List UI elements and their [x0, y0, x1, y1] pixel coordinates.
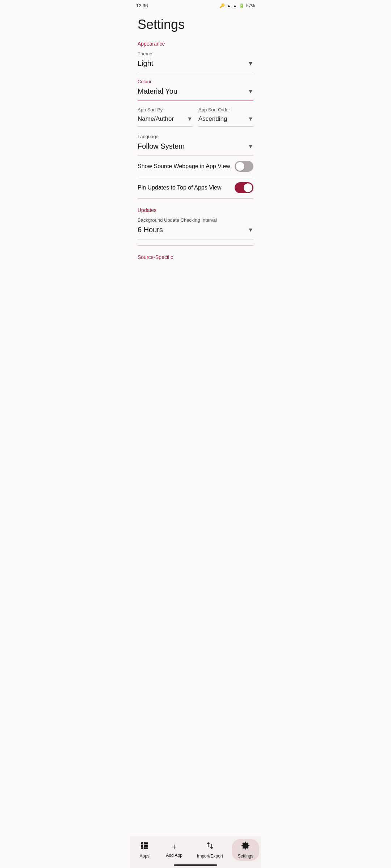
pin-updates-row: Pin Updates to Top of Apps View [138, 177, 253, 198]
colour-arrow-icon: ▼ [248, 88, 253, 95]
show-source-webpage-thumb [236, 162, 244, 171]
colour-dropdown[interactable]: Material You ▼ [138, 85, 253, 99]
page-title: Settings [130, 10, 261, 38]
pin-updates-thumb [244, 183, 252, 192]
bg-interval-field: Background Update Checking Interval 6 Ho… [138, 217, 253, 238]
show-source-webpage-label: Show Source Webpage in App View [138, 163, 235, 170]
pin-updates-label: Pin Updates to Top of Apps View [138, 184, 235, 191]
app-sort-order-divider [198, 126, 253, 127]
battery-icon: 🔋 [239, 3, 244, 8]
theme-dropdown[interactable]: Light ▼ [138, 57, 253, 71]
vpn-icon: 🔑 [219, 3, 225, 8]
bg-interval-label: Background Update Checking Interval [138, 217, 253, 223]
section-updates-header: Updates [130, 204, 261, 217]
app-sort-by-arrow-icon: ▼ [187, 116, 193, 122]
app-sort-by-label: App Sort By [138, 107, 193, 112]
pin-updates-toggle[interactable] [235, 182, 253, 193]
app-sort-by-divider [138, 126, 193, 127]
bg-interval-arrow-icon: ▼ [248, 227, 253, 233]
colour-field: Colour Material You ▼ [138, 79, 253, 99]
bg-interval-value: 6 Hours [138, 226, 163, 234]
sort-row: App Sort By Name/Author ▼ App Sort Order… [138, 107, 253, 127]
status-icons: 🔑 ▲ ▲ 🔋 57% [219, 3, 255, 8]
app-sort-order-label: App Sort Order [198, 107, 253, 112]
bg-interval-dropdown[interactable]: 6 Hours ▼ [138, 224, 253, 238]
app-sort-order-arrow-icon: ▼ [248, 116, 253, 122]
language-value: Follow System [138, 142, 185, 150]
language-arrow-icon: ▼ [248, 143, 253, 150]
app-sort-by-value: Name/Author [138, 115, 174, 123]
app-sort-order-value: Ascending [198, 115, 227, 123]
battery-percent: 57% [246, 3, 255, 8]
time: 12:36 [136, 3, 148, 8]
language-label: Language [138, 134, 253, 139]
language-field: Language Follow System ▼ [138, 134, 253, 154]
show-source-webpage-toggle[interactable] [235, 161, 253, 172]
status-bar: 12:36 🔑 ▲ ▲ 🔋 57% [130, 0, 261, 10]
theme-field: Theme Light ▼ [138, 51, 253, 71]
app-sort-order-field: App Sort Order Ascending ▼ [198, 107, 253, 127]
colour-value: Material You [138, 87, 177, 95]
theme-label: Theme [138, 51, 253, 56]
wifi-icon: ▲ [227, 3, 231, 8]
show-source-webpage-row: Show Source Webpage in App View [138, 156, 253, 177]
colour-label: Colour [138, 79, 253, 84]
section-source-specific-header: Source-Specific [130, 251, 261, 264]
theme-value: Light [138, 59, 153, 68]
app-sort-by-field: App Sort By Name/Author ▼ [138, 107, 193, 127]
signal-icon: ▲ [233, 3, 237, 8]
app-sort-by-dropdown[interactable]: Name/Author ▼ [138, 113, 193, 126]
language-dropdown[interactable]: Follow System ▼ [138, 140, 253, 154]
app-sort-order-dropdown[interactable]: Ascending ▼ [198, 113, 253, 126]
theme-arrow-icon: ▼ [248, 60, 253, 67]
section-appearance-header: Appearance [130, 38, 261, 51]
